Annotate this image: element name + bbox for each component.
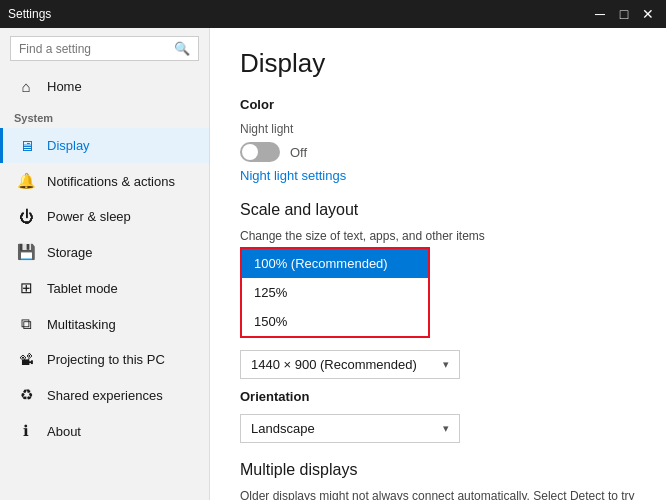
scale-option-100[interactable]: 100% (Recommended) bbox=[242, 249, 428, 278]
system-label: System bbox=[0, 104, 209, 128]
sidebar-item-notifications[interactable]: 🔔 Notifications & actions bbox=[0, 163, 209, 199]
app-title: Settings bbox=[8, 7, 51, 21]
sidebar-item-storage-label: Storage bbox=[47, 245, 93, 260]
maximize-button[interactable]: □ bbox=[614, 6, 634, 22]
sidebar-item-display-label: Display bbox=[47, 138, 90, 153]
close-button[interactable]: ✕ bbox=[638, 6, 658, 22]
sidebar-item-projecting[interactable]: 📽 Projecting to this PC bbox=[0, 342, 209, 377]
projecting-icon: 📽 bbox=[17, 351, 35, 368]
multiple-displays-desc: Older displays might not always connect … bbox=[240, 487, 636, 500]
orientation-chevron-icon: ▾ bbox=[443, 422, 449, 435]
page-title: Display bbox=[240, 48, 636, 79]
sidebar-item-projecting-label: Projecting to this PC bbox=[47, 352, 165, 367]
scale-dropdown-list[interactable]: 100% (Recommended) 125% 150% bbox=[240, 247, 430, 338]
sidebar-item-tablet[interactable]: ⊞ Tablet mode bbox=[0, 270, 209, 306]
power-icon: ⏻ bbox=[17, 208, 35, 225]
title-bar: Settings ─ □ ✕ bbox=[0, 0, 666, 28]
sidebar: 🔍 ⌂ Home System 🖥 Display 🔔 Notification… bbox=[0, 28, 210, 500]
color-heading: Color bbox=[240, 97, 636, 112]
resolution-chevron-icon: ▾ bbox=[443, 358, 449, 371]
home-icon: ⌂ bbox=[17, 78, 35, 95]
multitasking-icon: ⧉ bbox=[17, 315, 35, 333]
window-controls: ─ □ ✕ bbox=[590, 6, 658, 22]
search-input[interactable] bbox=[19, 42, 174, 56]
shared-icon: ♻ bbox=[17, 386, 35, 404]
sidebar-item-shared-label: Shared experiences bbox=[47, 388, 163, 403]
resolution-dropdown[interactable]: 1440 × 900 (Recommended) ▾ bbox=[240, 350, 460, 379]
scale-option-125[interactable]: 125% bbox=[242, 278, 428, 307]
sidebar-item-display[interactable]: 🖥 Display bbox=[0, 128, 209, 163]
orientation-heading: Orientation bbox=[240, 389, 636, 404]
scale-layout-heading: Scale and layout bbox=[240, 201, 636, 219]
night-light-toggle[interactable] bbox=[240, 142, 280, 162]
app-body: 🔍 ⌂ Home System 🖥 Display 🔔 Notification… bbox=[0, 28, 666, 500]
search-icon: 🔍 bbox=[174, 41, 190, 56]
night-light-settings-link[interactable]: Night light settings bbox=[240, 168, 346, 183]
tablet-icon: ⊞ bbox=[17, 279, 35, 297]
sidebar-item-about[interactable]: ℹ About bbox=[0, 413, 209, 449]
toggle-state-label: Off bbox=[290, 145, 307, 160]
sidebar-item-storage[interactable]: 💾 Storage bbox=[0, 234, 209, 270]
sidebar-item-shared[interactable]: ♻ Shared experiences bbox=[0, 377, 209, 413]
sidebar-item-multitasking-label: Multitasking bbox=[47, 317, 116, 332]
orientation-value: Landscape bbox=[251, 421, 315, 436]
sidebar-item-power-label: Power & sleep bbox=[47, 209, 131, 224]
about-icon: ℹ bbox=[17, 422, 35, 440]
sidebar-item-notifications-label: Notifications & actions bbox=[47, 174, 175, 189]
night-light-label: Night light bbox=[240, 122, 636, 136]
orientation-dropdown[interactable]: Landscape ▾ bbox=[240, 414, 460, 443]
multiple-displays-heading: Multiple displays bbox=[240, 461, 636, 479]
notifications-icon: 🔔 bbox=[17, 172, 35, 190]
toggle-knob bbox=[242, 144, 258, 160]
sidebar-item-power[interactable]: ⏻ Power & sleep bbox=[0, 199, 209, 234]
resolution-value: 1440 × 900 (Recommended) bbox=[251, 357, 417, 372]
sidebar-item-home[interactable]: ⌂ Home bbox=[0, 69, 209, 104]
minimize-button[interactable]: ─ bbox=[590, 6, 610, 22]
main-content: Display Color Night light Off Night ligh… bbox=[210, 28, 666, 500]
sidebar-item-about-label: About bbox=[47, 424, 81, 439]
sidebar-item-label: Home bbox=[47, 79, 82, 94]
orientation-section: Orientation Landscape ▾ bbox=[240, 389, 636, 443]
sidebar-item-multitasking[interactable]: ⧉ Multitasking bbox=[0, 306, 209, 342]
display-icon: 🖥 bbox=[17, 137, 35, 154]
search-box[interactable]: 🔍 bbox=[10, 36, 199, 61]
storage-icon: 💾 bbox=[17, 243, 35, 261]
night-light-toggle-row: Off bbox=[240, 142, 636, 162]
sidebar-item-tablet-label: Tablet mode bbox=[47, 281, 118, 296]
scale-option-150[interactable]: 150% bbox=[242, 307, 428, 336]
scale-description: Change the size of text, apps, and other… bbox=[240, 229, 636, 243]
